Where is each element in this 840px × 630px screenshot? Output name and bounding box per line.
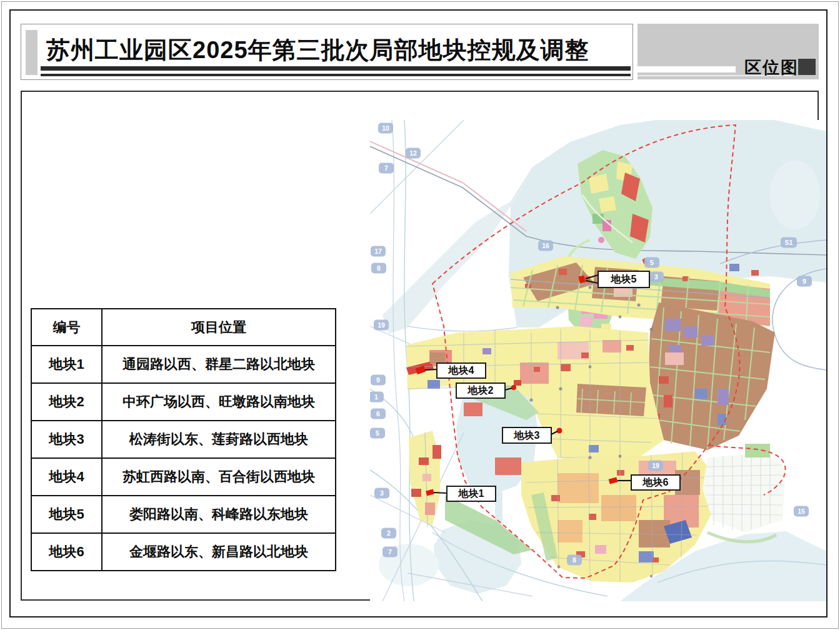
callout-label: 地块4 [448,365,474,376]
cell-plot-location: 娄阳路以南、科峰路以东地块 [102,496,336,533]
callout-plot4: 地块4 [437,363,486,378]
road-badge: 5 [376,429,379,437]
title-accent-bar [26,30,38,75]
plot3-marker [557,428,562,434]
callout-plot5: 地块5 [598,271,649,288]
cell-plot-id: 地块3 [31,421,102,458]
road-badge: 16 [542,242,549,249]
callout-label: 地块2 [468,385,494,396]
road-badge: 9 [802,278,806,285]
callout-plot1: 地块1 [447,486,496,501]
cell-plot-location: 金堰路以东、新昌路以北地块 [102,533,336,571]
location-map-label: 区位图 [744,56,799,79]
cell-plot-location: 通园路以西、群星二路以北地块 [102,346,336,383]
road-badge: 8 [377,264,381,272]
cell-plot-id: 地块2 [31,383,102,421]
road-badge: 19 [378,321,385,329]
road-badge: 6 [376,410,380,418]
callout-plot3: 地块3 [502,428,551,443]
plots-table: 编号 项目位置 地块1 通园路以西、群星二路以北地块 地块2 中环广场以西、旺墩… [31,308,336,571]
header-cell-location: 项目位置 [102,309,336,346]
road-badge: 3 [380,489,384,497]
callout-label: 地块5 [611,274,637,284]
road-badge: 1 [374,393,378,401]
cell-plot-id: 地块5 [31,496,102,533]
table-row: 地块6 金堰路以东、新昌路以北地块 [31,533,336,571]
cell-plot-id: 地块4 [31,458,102,496]
road-badge: 10 [382,124,389,132]
corner-stripe [638,66,736,72]
road-badge: 3 [654,273,658,281]
table-row: 地块1 通园路以西、群星二路以北地块 [31,346,336,383]
content-area: 编号 项目位置 地块1 通园路以西、群星二路以北地块 地块2 中环广场以西、旺墩… [21,91,819,601]
road-badge: 19 [652,462,659,469]
callout-label: 地块6 [642,477,669,488]
road-badge: 7 [388,548,392,556]
table-row: 地块3 松涛街以东、莲葑路以西地块 [31,421,336,458]
title-rule-thin [41,74,631,76]
callout-label: 地块3 [514,430,540,441]
road-badge: 7 [384,164,388,172]
road-badge: 17 [374,248,382,255]
table-row: 地块4 苏虹西路以南、百合街以西地块 [31,458,336,496]
road-badge: 2 [387,529,391,537]
callout-plot6: 地块6 [631,475,680,490]
road-badge: S1 [785,239,793,246]
table-row: 地块2 中环广场以西、旺墩路以南地块 [31,383,336,421]
cell-plot-location: 松涛街以东、莲葑路以西地块 [102,421,336,458]
callout-label: 地块1 [458,488,484,499]
corner-block: 区位图 [638,24,819,79]
cell-plot-location: 苏虹西路以南、百合街以西地块 [102,458,336,496]
location-map: 10 12 7 17 8 19 9 1 6 5 3 2 7 16 5 3 S1 [370,120,826,601]
road-badge: 9 [376,376,380,384]
road-badge: 12 [409,149,417,157]
cell-plot-id: 地块6 [31,533,102,571]
title-bar: 苏州工业园区2025年第三批次局部地块控规及调整 [21,24,633,80]
header-cell-id: 编号 [31,309,102,346]
road-badge: 8 [572,556,576,564]
callout-plot2: 地块2 [456,383,505,398]
map-canvas: 10 12 7 17 8 19 9 1 6 5 3 2 7 16 5 3 S1 [370,120,826,601]
page-title: 苏州工业园区2025年第三批次局部地块控规及调整 [46,34,589,66]
corner-square-icon [798,59,816,75]
cell-plot-id: 地块1 [31,346,102,383]
table-row: 地块5 娄阳路以南、科峰路以东地块 [31,496,336,533]
road-badge: 15 [798,508,805,515]
slide-page: 苏州工业园区2025年第三批次局部地块控规及调整 区位图 编号 项目位置 地块1… [0,0,840,630]
plot2-marker [511,385,516,390]
title-rule-thick [41,66,631,71]
road-badge: 5 [650,259,654,266]
cell-plot-location: 中环广场以西、旺墩路以南地块 [102,383,336,421]
table-header-row: 编号 项目位置 [31,309,336,346]
